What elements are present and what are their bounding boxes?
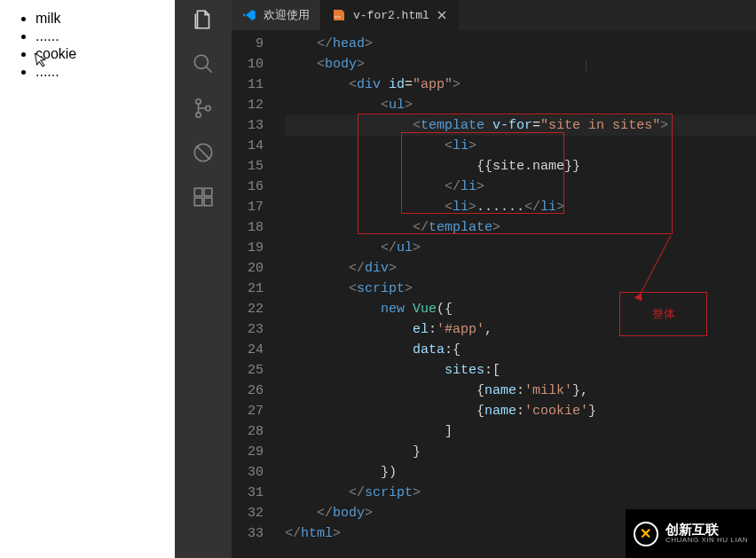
code-line[interactable]: } — [285, 442, 756, 462]
list-item: milk — [35, 11, 175, 27]
line-number: 10 — [232, 54, 264, 75]
logo-text: 创新互联 — [665, 523, 748, 538]
code-line[interactable]: <li>......</li> — [285, 197, 756, 217]
code-line[interactable]: ] — [285, 421, 756, 442]
tab[interactable]: <>v-for2.html — [321, 0, 459, 30]
line-number: 24 — [232, 340, 264, 360]
line-number: 32 — [232, 503, 264, 523]
code-line[interactable]: sites:[ — [285, 360, 756, 381]
line-number: 18 — [232, 217, 264, 238]
search-icon[interactable] — [191, 51, 216, 76]
line-number: 14 — [232, 136, 264, 156]
code-line[interactable]: <body> — [285, 54, 756, 75]
code-line[interactable]: {name:'milk'}, — [285, 381, 756, 401]
code-line[interactable]: </head> — [285, 34, 756, 54]
logo-mark: ✕ — [634, 522, 658, 546]
line-number: 30 — [232, 462, 264, 483]
svg-rect-7 — [194, 198, 202, 206]
code-line[interactable]: </div> — [285, 258, 756, 279]
debug-icon[interactable] — [191, 140, 216, 165]
line-number: 29 — [232, 442, 264, 462]
svg-rect-5 — [194, 188, 202, 196]
svg-point-3 — [206, 106, 210, 110]
line-number: 9 — [232, 34, 264, 54]
list-item: ...... — [35, 64, 175, 80]
code-editor[interactable]: 9101112131415161718192021222324252627282… — [232, 30, 756, 558]
logo-subtext: CHUANG XIN HU LIAN — [665, 537, 748, 545]
svg-point-2 — [196, 113, 201, 117]
code-line[interactable]: {name:'cookie'} — [285, 401, 756, 421]
tab-label: v-for2.html — [353, 9, 429, 22]
line-number: 25 — [232, 360, 264, 381]
close-icon[interactable] — [437, 10, 447, 20]
tab-label: 欢迎使用 — [264, 7, 310, 23]
code-line[interactable]: <div id="app"> — [285, 75, 756, 95]
line-number: 13 — [232, 115, 264, 136]
annotation-label: 整体 — [619, 292, 707, 336]
code-line[interactable]: <ul> — [285, 95, 756, 115]
code-line[interactable]: </script> — [285, 483, 756, 503]
svg-text:<>: <> — [335, 14, 342, 20]
line-number: 33 — [232, 523, 264, 544]
code-line[interactable]: <template v-for="site in sites"> — [285, 115, 756, 136]
line-number: 20 — [232, 258, 264, 279]
line-gutter: 9101112131415161718192021222324252627282… — [232, 30, 280, 558]
code-line[interactable]: </template> — [285, 217, 756, 238]
line-number: 26 — [232, 381, 264, 401]
line-number: 23 — [232, 319, 264, 340]
line-number: 27 — [232, 401, 264, 421]
code-line[interactable]: <li> — [285, 136, 756, 156]
vscode-window: 欢迎使用<>v-for2.html 9101112131415161718192… — [175, 0, 756, 558]
html-icon: <> — [332, 8, 346, 22]
line-number: 17 — [232, 197, 264, 217]
list-item: ...... — [35, 28, 175, 44]
tab[interactable]: 欢迎使用 — [232, 0, 321, 30]
svg-point-1 — [196, 99, 201, 104]
extensions-icon[interactable] — [191, 185, 216, 209]
line-number: 11 — [232, 75, 264, 95]
svg-rect-6 — [204, 188, 212, 196]
line-number: 12 — [232, 95, 264, 115]
files-icon[interactable] — [191, 7, 216, 32]
browser-preview: milk......cookie...... — [0, 0, 175, 558]
svg-rect-8 — [204, 198, 212, 206]
line-number: 31 — [232, 483, 264, 503]
activity-bar — [175, 0, 232, 558]
editor-area: 欢迎使用<>v-for2.html 9101112131415161718192… — [232, 0, 756, 558]
line-number: 28 — [232, 421, 264, 442]
line-number: 19 — [232, 238, 264, 258]
code-line[interactable]: data:{ — [285, 340, 756, 360]
line-number: 16 — [232, 177, 264, 197]
list-item: cookie — [35, 46, 175, 62]
code-line[interactable]: }) — [285, 462, 756, 483]
code-line[interactable]: </ul> — [285, 238, 756, 258]
preview-list: milk......cookie...... — [25, 11, 175, 80]
indent-guide — [586, 61, 587, 71]
watermark-logo: ✕ 创新互联 CHUANG XIN HU LIAN — [626, 509, 756, 558]
code-line[interactable]: </li> — [285, 177, 756, 197]
tab-bar: 欢迎使用<>v-for2.html — [232, 0, 756, 30]
vscode-icon — [242, 8, 256, 22]
git-icon[interactable] — [191, 96, 216, 121]
svg-point-0 — [194, 55, 208, 68]
line-number: 15 — [232, 156, 264, 177]
line-number: 21 — [232, 279, 264, 299]
code-line[interactable]: {{site.name}} — [285, 156, 756, 177]
line-number: 22 — [232, 299, 264, 319]
